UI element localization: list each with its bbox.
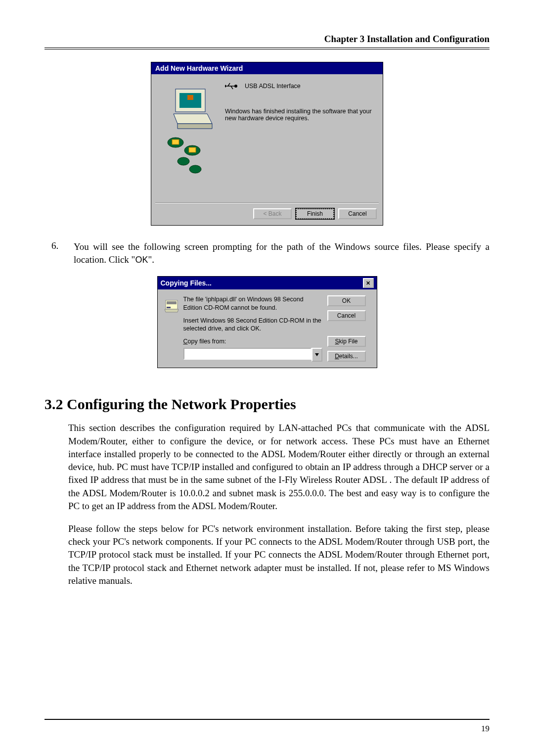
section-heading: 3.2 Configuring the Network Properties: [44, 396, 490, 413]
details-button[interactable]: Details...: [327, 351, 366, 362]
svg-rect-11: [167, 301, 177, 304]
chevron-down-icon[interactable]: [312, 348, 322, 362]
step-6: 6. You will see the following screen pro…: [44, 240, 490, 266]
back-button: < Back: [253, 208, 292, 219]
step-text: You will see the following screen prompt…: [74, 240, 490, 266]
section-para-1: This section describes the configuration…: [68, 422, 490, 513]
cancel-button[interactable]: Cancel: [327, 310, 366, 321]
svg-point-6: [189, 165, 201, 173]
usb-device-icon: [225, 81, 240, 91]
svg-rect-7: [172, 140, 179, 144]
page-number: 19: [44, 724, 490, 734]
svg-rect-2: [187, 95, 193, 100]
svg-point-5: [178, 157, 189, 165]
computer-hardware-icon: [165, 84, 219, 178]
copying-files-dialog: Copying Files... ✕ The file 'iphlpapi.dl…: [157, 276, 377, 368]
svg-rect-8: [189, 147, 196, 152]
copy-from-input[interactable]: [183, 348, 312, 360]
copying-msg-1: The file 'iphlpapi.dll' on Windows 98 Se…: [183, 295, 322, 312]
add-hardware-wizard-dialog: Add New Hardware Wizard: [151, 62, 383, 226]
wizard-body-text: Windows has finished installing the soft…: [225, 108, 376, 122]
step-number: 6.: [44, 240, 74, 266]
chapter-header: Chapter 3 Installation and Configuration: [44, 34, 490, 45]
skip-file-button[interactable]: Skip File: [327, 336, 366, 347]
disk-icon: [164, 295, 183, 362]
header-divider: [44, 47, 490, 49]
copy-from-combobox[interactable]: [183, 348, 322, 362]
ok-button[interactable]: OK: [327, 295, 366, 306]
copying-files-title: Copying Files...: [161, 279, 212, 287]
footer-divider: [44, 719, 490, 720]
section-para-2: Please follow the steps below for PC's n…: [68, 522, 490, 587]
svg-point-9: [234, 85, 237, 88]
svg-rect-12: [167, 307, 171, 308]
finish-button[interactable]: Finish: [296, 208, 334, 219]
copy-from-label: Copy files from:: [183, 337, 322, 345]
copying-msg-2: Insert Windows 98 Second Edition CD-ROM …: [183, 317, 322, 333]
wizard-device-name: USB ADSL Interface: [245, 83, 301, 90]
wizard-graphic: [158, 81, 225, 197]
close-icon[interactable]: ✕: [363, 278, 374, 288]
cancel-button[interactable]: Cancel: [338, 208, 377, 219]
wizard-titlebar: Add New Hardware Wizard: [151, 62, 383, 74]
